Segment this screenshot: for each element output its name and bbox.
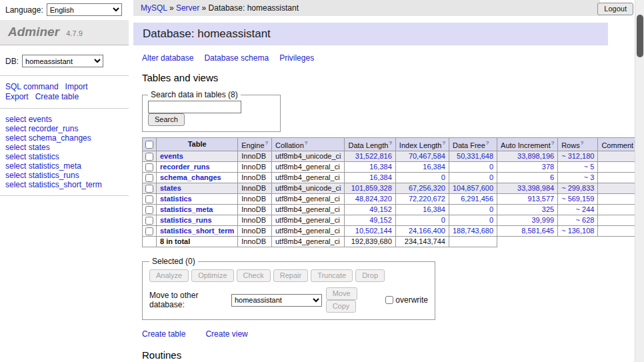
row-checkbox[interactable] xyxy=(145,185,153,193)
rows-link-schema-changes[interactable]: ~ 3 xyxy=(584,173,595,181)
index-length-link-statistics[interactable]: 72,220,672 xyxy=(409,195,445,203)
data-free-link-statistics[interactable]: 6,291,456 xyxy=(461,195,493,203)
data-length-link-recorder-runs[interactable]: 16,384 xyxy=(369,163,392,171)
analyze-button[interactable]: Analyze xyxy=(149,269,189,282)
move-database-select[interactable]: homeassistant xyxy=(231,294,322,307)
overwrite-checkbox[interactable] xyxy=(385,296,393,304)
table-link-schema-changes[interactable]: schema_changes xyxy=(160,173,221,181)
sidebar-item-select-schema-changes[interactable]: select schema_changes xyxy=(5,133,123,143)
column-help-link[interactable]: ? xyxy=(305,140,307,146)
rows-link-events[interactable]: ~ 312,180 xyxy=(561,152,594,160)
column-help-link[interactable]: ? xyxy=(442,140,445,146)
index-length-link-schema-changes[interactable]: 0 xyxy=(441,173,445,181)
table-link-events[interactable]: events xyxy=(160,152,183,160)
data-free-link-schema-changes[interactable]: 0 xyxy=(489,173,493,181)
index-length-link-statistics-short-term[interactable]: 24,166,400 xyxy=(409,227,445,235)
rows-link-statistics[interactable]: ~ 569,159 xyxy=(561,195,594,203)
breadcrumb-link-server[interactable]: Server xyxy=(176,3,199,13)
data-free-link-statistics-short-term[interactable]: 188,743,680 xyxy=(453,227,493,235)
data-free-link-statistics-runs[interactable]: 0 xyxy=(489,216,493,224)
index-length-link-statistics-meta[interactable]: 16,384 xyxy=(423,205,445,213)
auto-increment-link-statistics-short-term[interactable]: 8,581,645 xyxy=(521,227,554,235)
sidebar-item-select-statistics-meta[interactable]: select statistics_meta xyxy=(5,161,123,171)
data-free-link-events[interactable]: 50,331,648 xyxy=(457,152,493,160)
auto-increment-link-recorder-runs[interactable]: 378 xyxy=(542,163,554,171)
row-checkbox[interactable] xyxy=(145,217,153,225)
data-length-link-statistics-short-term[interactable]: 10,502,144 xyxy=(355,227,392,235)
db-action-database-schema[interactable]: Database schema xyxy=(204,53,269,63)
db-select[interactable]: homeassistant xyxy=(22,55,103,67)
index-length-link-events[interactable]: 70,467,584 xyxy=(409,152,445,160)
auto-increment-link-statistics-runs[interactable]: 39,999 xyxy=(532,216,555,224)
row-checkbox[interactable] xyxy=(145,163,153,171)
data-length-link-schema-changes[interactable]: 16,384 xyxy=(369,173,392,181)
sidebar-item-select-events[interactable]: select events xyxy=(5,115,123,124)
data-free-link-recorder-runs[interactable]: 0 xyxy=(489,163,493,171)
data-length-link-statistics[interactable]: 48,824,320 xyxy=(355,195,392,203)
sidebar-item-select-statistics-short-term[interactable]: select statistics_short_term xyxy=(5,180,123,189)
data-length-link-statistics-runs[interactable]: 49,152 xyxy=(369,216,392,224)
sidebar-link-export[interactable]: Export xyxy=(5,92,29,101)
table-link-states[interactable]: states xyxy=(160,184,181,192)
create-table-link[interactable]: Create table xyxy=(142,329,185,339)
index-length-link-statistics-runs[interactable]: 0 xyxy=(441,216,445,224)
drop-button[interactable]: Drop xyxy=(355,269,385,282)
table-link-statistics-runs[interactable]: statistics_runs xyxy=(160,216,212,224)
data-free-link-states[interactable]: 104,857,600 xyxy=(453,184,493,192)
table-link-statistics[interactable]: statistics xyxy=(160,195,192,203)
truncate-button[interactable]: Truncate xyxy=(311,269,353,282)
sidebar-link-sql-command[interactable]: SQL command xyxy=(5,82,59,91)
data-length-link-statistics-meta[interactable]: 49,152 xyxy=(369,205,392,213)
row-checkbox[interactable] xyxy=(145,174,153,182)
auto-increment-link-statistics-meta[interactable]: 325 xyxy=(542,205,554,213)
copy-button[interactable]: Copy xyxy=(326,300,357,313)
sidebar-link-import[interactable]: Import xyxy=(65,82,88,91)
search-input[interactable] xyxy=(148,101,241,113)
move-button[interactable]: Move xyxy=(326,287,357,300)
sidebar-item-select-statistics[interactable]: select statistics xyxy=(5,152,123,161)
logout-button[interactable]: Logout xyxy=(597,3,633,15)
repair-button[interactable]: Repair xyxy=(273,269,308,282)
sidebar-item-select-statistics-runs[interactable]: select statistics_runs xyxy=(5,171,123,180)
scrollbar-thumb[interactable] xyxy=(637,15,643,57)
adminer-logo[interactable]: Adminer xyxy=(8,25,59,39)
row-checkbox[interactable] xyxy=(145,153,153,161)
column-help-link[interactable]: ? xyxy=(389,140,391,146)
auto-increment-link-states[interactable]: 33,398,984 xyxy=(517,184,554,192)
rows-link-states[interactable]: ~ 299,833 xyxy=(561,184,594,192)
row-checkbox[interactable] xyxy=(145,195,153,203)
data-length-link-events[interactable]: 31,522,816 xyxy=(355,152,392,160)
auto-increment-link-events[interactable]: 33,898,196 xyxy=(517,152,554,160)
row-checkbox[interactable] xyxy=(145,227,153,235)
db-action-privileges[interactable]: Privileges xyxy=(279,53,314,63)
column-help-link[interactable]: ? xyxy=(486,140,489,146)
sidebar-link-create-table[interactable]: Create table xyxy=(35,92,79,101)
scrollbar[interactable] xyxy=(635,0,644,362)
table-link-statistics-meta[interactable]: statistics_meta xyxy=(160,205,213,213)
search-button[interactable]: Search xyxy=(148,113,185,126)
data-length-link-states[interactable]: 101,859,328 xyxy=(351,184,392,192)
auto-increment-link-statistics[interactable]: 913,577 xyxy=(527,195,554,203)
overwrite-option[interactable]: overwrite xyxy=(385,295,428,305)
column-help-link[interactable]: ? xyxy=(581,140,583,146)
column-help-link[interactable]: ? xyxy=(265,140,268,146)
table-link-recorder-runs[interactable]: recorder_runs xyxy=(160,163,210,171)
row-checkbox[interactable] xyxy=(145,206,153,214)
rows-link-recorder-runs[interactable]: ~ 5 xyxy=(584,163,595,171)
rows-link-statistics-runs[interactable]: ~ 628 xyxy=(576,216,595,224)
auto-increment-link-schema-changes[interactable]: 6 xyxy=(550,173,554,181)
db-action-alter-database[interactable]: Alter database xyxy=(142,53,193,63)
create-view-link[interactable]: Create view xyxy=(205,329,247,339)
sidebar-item-select-recorder-runs[interactable]: select recorder_runs xyxy=(5,124,123,133)
column-help-link[interactable]: ? xyxy=(551,140,554,146)
index-length-link-states[interactable]: 67,256,320 xyxy=(409,184,445,192)
language-select[interactable]: English xyxy=(47,3,122,16)
data-free-link-statistics-meta[interactable]: 0 xyxy=(489,205,493,213)
index-length-link-recorder-runs[interactable]: 16,384 xyxy=(423,163,445,171)
sidebar-item-select-states[interactable]: select states xyxy=(5,143,123,152)
check-button[interactable]: Check xyxy=(237,269,271,282)
rows-link-statistics-meta[interactable]: ~ 244 xyxy=(576,205,595,213)
rows-link-statistics-short-term[interactable]: ~ 136,108 xyxy=(561,227,594,235)
select-all-checkbox[interactable] xyxy=(145,141,153,149)
breadcrumb-link-mysql[interactable]: MySQL xyxy=(141,3,167,13)
